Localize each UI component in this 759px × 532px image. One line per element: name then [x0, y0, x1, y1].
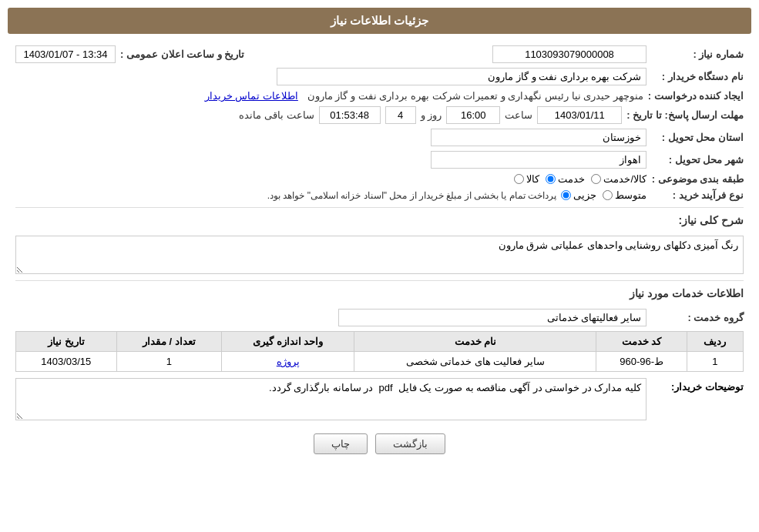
page-header: جزئیات اطلاعات نیاز — [8, 8, 751, 34]
response-time-label: ساعت — [505, 109, 532, 121]
description-textarea[interactable]: رنگ آمیزی دکلهای روشنایی واحدهای عملیاتی… — [15, 236, 744, 274]
row-services-title: اطلاعات خدمات مورد نیاز — [15, 287, 744, 304]
category-kala-khedmat-text: کالا/خدمت — [603, 173, 646, 185]
countdown-label: ساعت باقی مانده — [239, 109, 314, 121]
buyer-notes-label: توضیحات خریدار: — [651, 378, 744, 393]
print-button[interactable]: چاپ — [314, 433, 368, 454]
cell-date: 1403/03/15 — [16, 352, 117, 372]
announce-value-input — [15, 45, 116, 63]
purchase-note: پرداخت تمام یا بخشی از مبلغ خریدار از مح… — [267, 190, 556, 201]
col-service-name: نام خدمت — [354, 332, 596, 352]
purchase-type-radio-group: متوسط جزیی — [561, 189, 646, 201]
need-number-input[interactable] — [492, 45, 646, 63]
cell-unit: پروژه — [222, 352, 354, 372]
services-table: ردیف کد خدمت نام خدمت واحد اندازه گیری ت… — [15, 331, 744, 372]
table-header-row: ردیف کد خدمت نام خدمت واحد اندازه گیری ت… — [16, 332, 744, 352]
table-row: 1 ط-96-960 سایر فعالیت های خدماتی شخصی پ… — [16, 352, 744, 372]
category-option-khedmat[interactable]: خدمت — [546, 173, 585, 185]
response-date-input — [537, 106, 622, 124]
cell-row-num: 1 — [687, 352, 743, 372]
back-button[interactable]: بازگشت — [375, 433, 445, 454]
row-requester: نام دستگاه خریدار : — [15, 68, 744, 85]
row-need-number: شماره نیاز : تاریخ و ساعت اعلان عمومی : — [15, 45, 744, 63]
purchase-type-label: نوع فرآیند خرید : — [651, 189, 744, 201]
contact-link[interactable]: اطلاعات تماس خریدار — [205, 90, 298, 102]
service-group-label: گروه خدمت : — [651, 312, 744, 323]
response-days-input — [385, 106, 416, 124]
purchase-motavasset-text: متوسط — [615, 189, 646, 201]
province-label: استان محل تحویل : — [651, 132, 744, 143]
cell-service-code: ط-96-960 — [596, 352, 687, 372]
cell-service-name: سایر فعالیت های خدماتی شخصی — [354, 352, 596, 372]
row-deadline: مهلت ارسال پاسخ: تا تاریخ : ساعت روز و س… — [15, 106, 744, 124]
need-number-label: شماره نیاز : — [651, 49, 744, 60]
buyer-notes-textarea[interactable]: کلیه مدارک در خواستی در آگهی مناقصه به ص… — [15, 378, 646, 420]
col-unit: واحد اندازه گیری — [222, 332, 354, 352]
button-row: بازگشت چاپ — [15, 433, 744, 454]
col-quantity: تعداد / مقدار — [116, 332, 222, 352]
city-label: شهر محل تحویل : — [651, 154, 744, 166]
category-option-kala-khedmat[interactable]: کالا/خدمت — [591, 173, 646, 185]
announce-label: تاریخ و ساعت اعلان عمومی : — [120, 49, 244, 60]
row-creator: ایجاد کننده درخواست : منوچهر حیدری نیا ر… — [15, 90, 744, 102]
countdown-input — [319, 106, 381, 124]
row-purchase-type: نوع فرآیند خرید : متوسط جزیی پرداخت تمام… — [15, 189, 744, 201]
requester-org-input — [277, 68, 646, 85]
response-day-label: روز و — [421, 109, 442, 121]
purchase-radio-jozi[interactable] — [561, 190, 571, 200]
description-section-title: شرح کلی نیاز: — [679, 214, 744, 226]
row-category: طبقه بندی موضوعی : کالا/خدمت خدمت کالا — [15, 173, 744, 185]
category-label: طبقه بندی موضوعی : — [651, 173, 744, 185]
category-radio-group: کالا/خدمت خدمت کالا — [514, 173, 646, 185]
creator-value: منوچهر حیدری نیا رئیس نگهداری و تعمیرات … — [307, 90, 643, 102]
service-group-input — [338, 309, 646, 326]
row-description: رنگ آمیزی دکلهای روشنایی واحدهای عملیاتی… — [15, 236, 744, 274]
deadline-label: مهلت ارسال پاسخ: تا تاریخ : — [626, 109, 744, 121]
content-area: شماره نیاز : تاریخ و ساعت اعلان عمومی : … — [8, 42, 751, 458]
services-section-title: اطلاعات خدمات مورد نیاز — [630, 287, 744, 299]
page-wrapper: جزئیات اطلاعات نیاز شماره نیاز : تاریخ و… — [0, 0, 759, 532]
row-province: استان محل تحویل : — [15, 129, 744, 146]
col-service-code: کد خدمت — [596, 332, 687, 352]
response-time-input — [446, 106, 500, 124]
purchase-radio-motavasset[interactable] — [603, 190, 613, 200]
category-radio-khedmat[interactable] — [546, 174, 556, 184]
row-description-title: شرح کلی نیاز: — [15, 214, 744, 231]
creator-label: ایجاد کننده درخواست : — [648, 90, 744, 102]
row-buyer-notes: توضیحات خریدار: کلیه مدارک در خواستی در … — [15, 378, 744, 423]
category-radio-kala[interactable] — [514, 174, 524, 184]
requester-org-label: نام دستگاه خریدار : — [651, 71, 744, 82]
row-service-group: گروه خدمت : — [15, 309, 744, 326]
purchase-jozi-text: جزیی — [573, 189, 596, 201]
category-kala-text: کالا — [526, 173, 539, 185]
city-input — [431, 151, 646, 169]
category-option-kala[interactable]: کالا — [514, 173, 539, 185]
services-table-container: ردیف کد خدمت نام خدمت واحد اندازه گیری ت… — [15, 331, 744, 372]
province-input — [431, 129, 646, 146]
separator-2 — [15, 280, 744, 281]
header-title: جزئیات اطلاعات نیاز — [331, 14, 428, 27]
separator-1 — [15, 207, 744, 208]
col-row-num: ردیف — [687, 332, 743, 352]
category-khedmat-text: خدمت — [558, 173, 585, 185]
purchase-option-motavasset[interactable]: متوسط — [603, 189, 646, 201]
buyer-notes-wrapper: کلیه مدارک در خواستی در آگهی مناقصه به ص… — [15, 378, 646, 423]
purchase-option-jozi[interactable]: جزیی — [561, 189, 596, 201]
cell-quantity: 1 — [116, 352, 222, 372]
category-radio-kala-khedmat[interactable] — [591, 174, 601, 184]
row-city: شهر محل تحویل : — [15, 151, 744, 169]
col-date: تاریخ نیاز — [16, 332, 117, 352]
